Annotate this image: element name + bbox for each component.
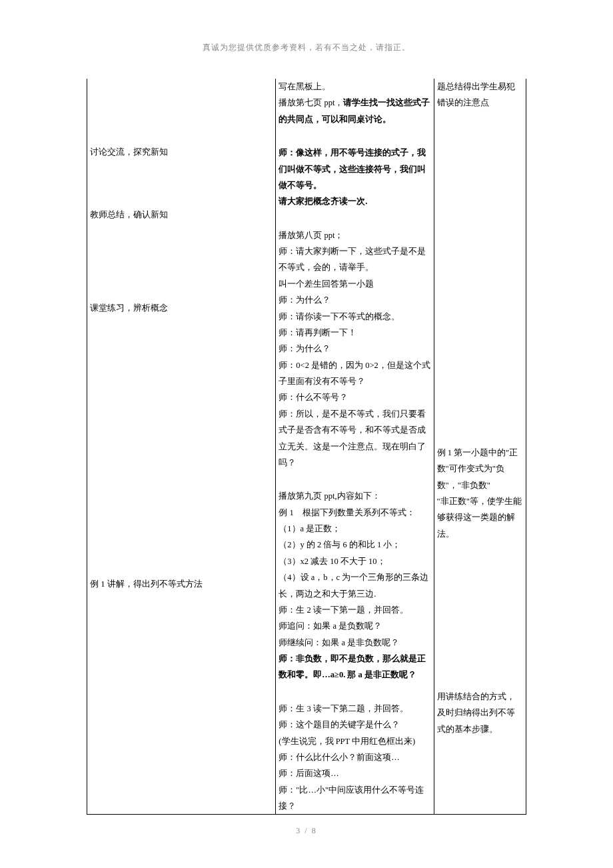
script-p5: 播放第八页 ppt；	[279, 227, 430, 243]
col-activity: 讨论交流，探究新知 教师总结，确认新知 课堂练习，辨析概念 例 1 讲解，得出列…	[87, 79, 276, 814]
page-number: 3 / 8	[296, 826, 316, 835]
script-p9: 师：请你读一下不等式的概念。	[279, 309, 430, 325]
script-p2: 播放第七页 ppt，请学生找一找这些式子的共同点，可以和同桌讨论。	[279, 95, 430, 127]
script-p6: 师：请大家判断一下，这些式子是不是不等式，会的，请举手。	[279, 243, 430, 276]
script-p22: 师追问：如果 a 是负数呢？	[279, 618, 430, 634]
script-p29: 师：后面这项…	[279, 765, 430, 781]
note-r1: 题总结得出学生易犯错误的注意点	[437, 79, 523, 111]
script-p24: 师：非负数，即不是负数，那么就是正数和零。即…a≥0. 那 a 是非正数呢？	[279, 651, 430, 683]
script-p20: （4）设 a，b，c 为一个三角形的三条边长，两边之和大于第三边.	[279, 569, 430, 602]
script-p12: 师：0<2 是错的，因为 0>2，但是这个式子里面有没有不等号？	[279, 357, 430, 390]
script-p11: 师：为什么？	[279, 341, 430, 357]
header-text: 真诚为您提供优质参考资料，若有不当之处，请指正。	[203, 43, 410, 52]
activity-example: 例 1 讲解，得出列不等式方法	[90, 576, 273, 592]
script-p7: 叫一个差生回答第一小题	[279, 276, 430, 292]
script-p30: 师："比…小"中间应该用什么不等号连接？	[279, 782, 430, 815]
script-p16: 例 1 根据下列数量关系列不等式：	[279, 505, 430, 521]
script-p13: 师：什么不等号？	[279, 389, 430, 405]
activity-practice: 课堂练习，辨析概念	[90, 300, 273, 316]
page-header: 真诚为您提供优质参考资料，若有不当之处，请指正。	[0, 42, 613, 53]
activity-summary: 教师总结，确认新知	[90, 207, 273, 223]
col-notes: 题总结得出学生易犯错误的注意点 例 1 第一小题中的"正数"可作变式为"负数"，…	[434, 79, 526, 814]
script-p28: 师：什么比什么小？前面这项…	[279, 749, 430, 765]
activity-discuss: 讨论交流，探究新知	[90, 144, 273, 160]
script-p27: (学生说完，我 PPT 中用红色框出来)	[279, 733, 430, 749]
page-footer: 3 / 8	[0, 826, 613, 836]
script-p14: 师：所以，是不是不等式，我们只要看式子是否含有不等号，和不等式是否成立无关。这是…	[279, 406, 430, 471]
script-p15: 播放第九页 ppt,内容如下：	[279, 488, 430, 504]
script-p23: 师继续问：如果 a 是非负数呢？	[279, 635, 430, 651]
script-p25: 师：生 3 读一下第二题，并回答。	[279, 701, 430, 717]
script-p1: 写在黑板上。	[279, 79, 430, 95]
script-p21: 师：生 2 读一下第一题，并回答。	[279, 602, 430, 618]
note-r3: "非正数"等，使学生能够获得这一类题的解法。	[437, 493, 523, 542]
script-p17: （1）a 是正数；	[279, 521, 430, 537]
col-script: 写在黑板上。 播放第七页 ppt，请学生找一找这些式子的共同点，可以和同桌讨论。…	[276, 79, 434, 814]
script-p18: （2）y 的 2 倍与 6 的和比 1 小；	[279, 537, 430, 553]
script-p10: 师：请再判断一下！	[279, 325, 430, 341]
script-p4: 请大家把概念齐读一次.	[279, 193, 430, 209]
lesson-table: 讨论交流，探究新知 教师总结，确认新知 课堂练习，辨析概念 例 1 讲解，得出列…	[87, 79, 526, 815]
script-p3: 师：像这样，用不等号连接的式子，我们叫做不等式，这些连接符号，我们叫做不等号。	[279, 145, 430, 193]
script-p19: （3）x2 减去 10 不大于 10；	[279, 553, 430, 569]
note-r4: 用讲练结合的方式，及时归纳得出列不等式的基本步骤。	[437, 689, 523, 737]
script-p8: 师：为什么？	[279, 292, 430, 308]
note-r2: 例 1 第一小题中的"正数"可作变式为"负数"，"非负数"	[437, 445, 523, 493]
main-content: 讨论交流，探究新知 教师总结，确认新知 课堂练习，辨析概念 例 1 讲解，得出列…	[87, 79, 526, 815]
script-p26: 师：这个题目的关键字是什么？	[279, 717, 430, 733]
